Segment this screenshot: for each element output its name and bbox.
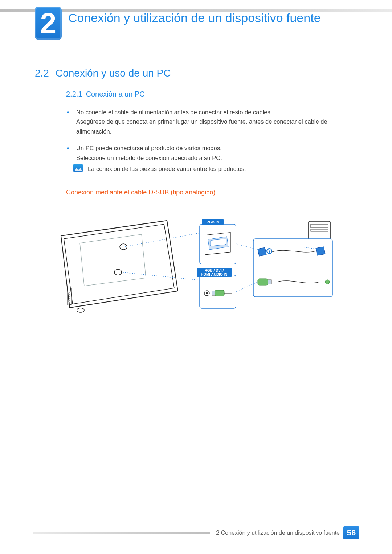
list-text: Asegúrese de que conecta en primer lugar… — [76, 118, 327, 134]
note-text: La conexión de las piezas puede variar e… — [88, 164, 246, 173]
svg-point-23 — [206, 292, 208, 294]
svg-rect-44 — [268, 280, 271, 284]
chapter-title: Conexión y utilización de un dispositivo… — [68, 10, 321, 26]
note-icon — [73, 164, 83, 172]
list-text: Un PC puede conectarse al producto de va… — [76, 145, 222, 151]
callout-label-audio-line2: HDMI AUDIO IN — [201, 272, 228, 276]
svg-marker-35 — [258, 247, 266, 256]
connection-diagram: RGB IN RGB / DVI / HDMI AUDIO IN — [54, 210, 338, 327]
svg-point-47 — [325, 280, 330, 284]
list-text: Seleccione un método de conexión adecuad… — [76, 155, 222, 161]
chapter-number: 2 — [40, 9, 57, 38]
callout-rgb-in: RGB IN — [200, 219, 236, 264]
svg-marker-40 — [316, 247, 325, 255]
bullet-list: No conecte el cable de alimentación ante… — [66, 107, 356, 170]
section-number: 2.2 — [35, 67, 49, 79]
callout-label-audio-line1: RGB / DVI / — [205, 268, 224, 272]
footer-page-number: 56 — [343, 526, 359, 539]
section-title: Conexión y uso de un PC — [56, 67, 171, 79]
svg-rect-43 — [258, 279, 268, 285]
svg-marker-0 — [61, 221, 178, 308]
callout-label-rgb-in: RGB IN — [207, 220, 219, 224]
chapter-number-badge: 2 — [35, 7, 62, 40]
display-panel-icon — [61, 221, 178, 312]
subsection-number: 2.2.1 — [66, 90, 82, 98]
subsection-title: Conexión a un PC — [86, 90, 144, 98]
note-row: La conexión de las piezas puede variar e… — [73, 164, 356, 173]
footer-text: 2 Conexión y utilización de un dispositi… — [216, 530, 340, 536]
section-heading: 2.2Conexión y uso de un PC — [35, 67, 171, 79]
cables-callout — [253, 239, 332, 297]
list-item: No conecte el cable de alimentación ante… — [66, 107, 356, 136]
callout-audio-in: RGB / DVI / HDMI AUDIO IN — [197, 268, 236, 308]
footer: 2 Conexión y utilización de un dispositi… — [33, 526, 359, 539]
subsection-heading: 2.2.1Conexión a un PC — [66, 90, 145, 98]
heading-connection-type: Conexión mediante el cable D-SUB (tipo a… — [66, 189, 215, 196]
list-item: Un PC puede conectarse al producto de va… — [66, 143, 356, 163]
footer-bar — [33, 532, 210, 534]
svg-rect-24 — [212, 291, 215, 295]
svg-rect-25 — [215, 290, 224, 296]
svg-point-12 — [77, 308, 84, 312]
list-text: No conecte el cable de alimentación ante… — [76, 109, 272, 115]
